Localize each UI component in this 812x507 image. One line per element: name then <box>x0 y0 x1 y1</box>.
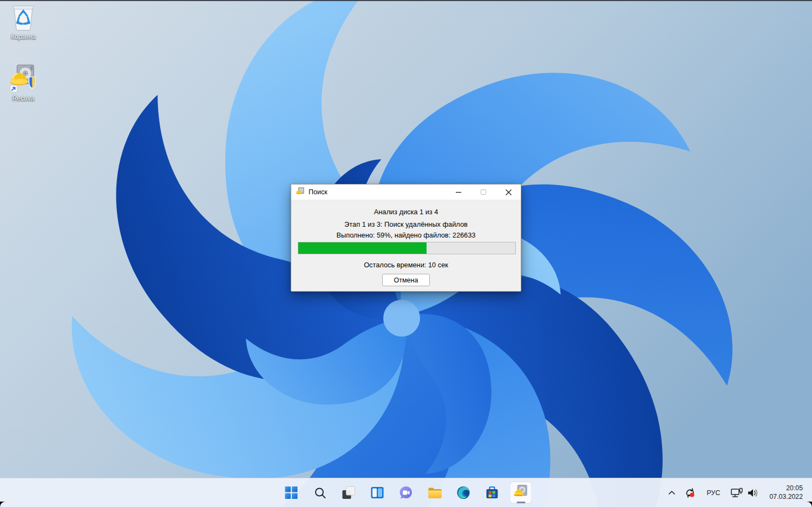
sync-arrows-icon <box>684 488 696 498</box>
recuva-icon <box>10 65 37 93</box>
task-view-button[interactable] <box>338 482 360 504</box>
taskbar-center <box>280 478 532 507</box>
file-explorer-icon <box>428 486 442 500</box>
edge-button[interactable] <box>453 482 475 504</box>
taskbar: РУС 20:05 07.03.2022 <box>0 478 812 507</box>
desktop-icon-recuva[interactable]: Recuva <box>0 65 47 102</box>
teams-chat-icon <box>400 486 413 499</box>
recycle-bin-icon <box>10 3 37 31</box>
network-volume-button[interactable] <box>727 483 762 503</box>
maximize-button[interactable] <box>471 185 496 200</box>
widgets-icon <box>371 486 384 499</box>
recuva-icon <box>296 187 305 197</box>
time-remaining: Осталось времени: 10 сек <box>291 261 521 269</box>
desktop-screen: Корзина <box>0 0 812 507</box>
desktop-icon-recycle-bin[interactable]: Корзина <box>0 3 47 41</box>
progress-bar <box>298 242 516 254</box>
windows-start-icon <box>285 486 298 499</box>
clock[interactable]: 20:05 07.03.2022 <box>764 483 808 503</box>
language-indicator[interactable]: РУС <box>702 483 725 503</box>
stage-status: Этап 1 из 3: Поиск удалённых файлов <box>291 220 521 228</box>
tray-date: 07.03.2022 <box>769 493 803 502</box>
desktop-icon-label: Recuva <box>12 95 35 102</box>
progress-bar-fill <box>298 242 427 254</box>
chevron-up-icon <box>668 489 676 497</box>
close-icon <box>505 189 512 196</box>
screen-top-edge <box>0 0 812 1</box>
hidden-icons-button[interactable] <box>665 483 679 503</box>
chat-button[interactable] <box>395 482 417 504</box>
recuva-icon <box>513 485 528 501</box>
close-button[interactable] <box>496 185 521 200</box>
maximize-icon <box>480 189 487 195</box>
file-explorer-button[interactable] <box>424 482 446 504</box>
minimize-icon <box>455 189 462 195</box>
sync-status-button[interactable] <box>681 483 699 503</box>
tray-time: 20:05 <box>786 484 803 493</box>
disk-analysis-status: Анализ диска 1 из 4 <box>291 208 521 216</box>
desktop-icon-label: Корзина <box>11 33 36 41</box>
dialog-titlebar[interactable]: Поиск <box>291 185 521 200</box>
edge-icon <box>457 486 470 499</box>
dialog-body: Анализ диска 1 из 4 Этап 1 из 3: Поиск у… <box>291 200 521 292</box>
dialog-title: Поиск <box>309 188 446 196</box>
wired-network-icon <box>730 488 743 498</box>
minimize-button[interactable] <box>446 185 471 200</box>
widgets-button[interactable] <box>366 482 389 504</box>
microsoft-store-icon <box>486 486 499 499</box>
store-button[interactable] <box>481 482 503 504</box>
start-button[interactable] <box>280 482 303 504</box>
volume-icon <box>747 488 759 498</box>
recuva-scan-dialog: Поиск Анализ диска 1 из 4 Этап 1 из 3: П… <box>291 184 521 292</box>
progress-status: Выполнено: 59%, найдено файлов: 226633 <box>291 231 521 239</box>
taskbar-recuva-button[interactable] <box>510 482 532 504</box>
task-view-icon <box>342 486 356 499</box>
system-tray: РУС 20:05 07.03.2022 <box>665 478 808 507</box>
search-button[interactable] <box>309 482 331 504</box>
search-icon <box>313 486 326 499</box>
cancel-button[interactable]: Отмена <box>382 274 430 286</box>
